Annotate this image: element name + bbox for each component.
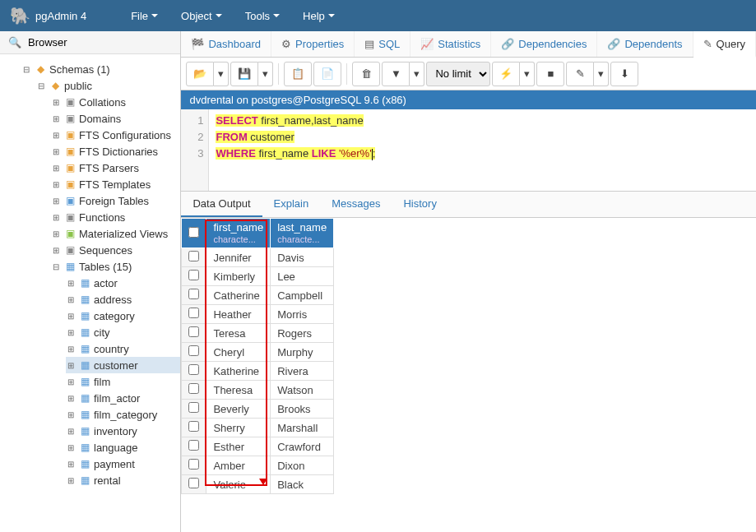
table-row[interactable]: SherryMarshall	[182, 419, 334, 437]
collapse-icon[interactable]: ⊟	[36, 81, 46, 90]
row-selector[interactable]	[182, 400, 206, 419]
tree-node[interactable]: ⊞▣Domains	[51, 110, 180, 127]
table-row[interactable]: CatherineCampbell	[182, 286, 334, 305]
menu-help[interactable]: Help	[291, 10, 346, 22]
expand-icon[interactable]: ⊞	[66, 327, 76, 337]
table-row[interactable]: AmberDixon	[182, 456, 334, 475]
cell-last-name[interactable]: Campbell	[271, 286, 334, 305]
expand-icon[interactable]: ⊞	[66, 442, 76, 452]
table-row[interactable]: TheresaWatson	[182, 381, 334, 400]
table-row[interactable]: TeresaRogers	[182, 324, 334, 343]
cell-last-name[interactable]: Rivera	[271, 362, 334, 381]
menu-object[interactable]: Object	[169, 10, 234, 22]
row-selector[interactable]	[182, 475, 206, 494]
collapse-icon[interactable]: ⊟	[51, 261, 61, 271]
expand-icon[interactable]: ⊞	[66, 311, 76, 321]
tree-node-table-country[interactable]: ⊞▦country	[66, 340, 180, 357]
expand-icon[interactable]: ⊞	[66, 393, 76, 403]
tree-node[interactable]: ⊞▣FTS Parsers	[51, 160, 180, 176]
tree-node-schemas[interactable]: ⊟ ◆ Schemas (1)	[21, 61, 180, 77]
cell-first-name[interactable]: Esther	[206, 437, 271, 456]
open-dropdown[interactable]: ▾	[214, 62, 229, 86]
row-selector[interactable]	[182, 343, 206, 362]
column-header-first-name[interactable]: first_namecharacte...	[206, 219, 271, 248]
table-row[interactable]: EstherCrawford	[182, 437, 334, 456]
rtab-data-output[interactable]: Data Output	[181, 192, 262, 217]
cell-first-name[interactable]: Amber	[206, 456, 271, 475]
expand-icon[interactable]: ⊞	[66, 426, 76, 436]
tree-node-table-category[interactable]: ⊞▦category	[66, 308, 180, 324]
tree-node-table-film_category[interactable]: ⊞▦film_category	[66, 406, 180, 423]
copy-button[interactable]: 📋	[284, 62, 312, 86]
tab-dependents[interactable]: 🔗Dependents	[597, 31, 693, 57]
tree-node[interactable]: ⊞▣Materialized Views	[51, 225, 180, 242]
row-selector[interactable]	[182, 305, 206, 324]
cell-last-name[interactable]: Davis	[271, 248, 334, 267]
cell-first-name[interactable]: Catherine	[206, 286, 271, 305]
cell-last-name[interactable]: Black	[271, 475, 334, 494]
filter-dropdown[interactable]: ▾	[410, 62, 424, 86]
expand-icon[interactable]: ⊞	[51, 163, 61, 173]
row-selector[interactable]	[182, 381, 206, 400]
row-selector[interactable]	[182, 419, 206, 437]
edit-button[interactable]: ✎	[566, 62, 594, 86]
expand-icon[interactable]: ⊞	[51, 245, 61, 255]
sql-editor[interactable]: 1 2 3 SELECT first_name,last_name FROM c…	[181, 109, 756, 192]
tab-dependencies[interactable]: 🔗Dependencies	[491, 31, 597, 57]
row-selector[interactable]	[182, 324, 206, 343]
tree-node-table-language[interactable]: ⊞▦language	[66, 439, 180, 456]
tree-node-table-inventory[interactable]: ⊞▦inventory	[66, 423, 180, 439]
open-button[interactable]: 📂	[186, 62, 214, 86]
cell-first-name[interactable]: Valerie	[206, 475, 271, 494]
expand-icon[interactable]: ⊞	[51, 212, 61, 222]
tree-node-table-film_actor[interactable]: ⊞▦film_actor	[66, 390, 180, 406]
cell-last-name[interactable]: Lee	[271, 267, 334, 286]
tree-node[interactable]: ⊞▣FTS Templates	[51, 176, 180, 192]
code-area[interactable]: SELECT first_name,last_name FROM custome…	[209, 109, 382, 191]
tree-node[interactable]: ⊞▣Sequences	[51, 242, 180, 258]
column-header-last-name[interactable]: last_namecharacte...	[271, 219, 334, 248]
expand-icon[interactable]: ⊞	[66, 377, 76, 386]
cell-first-name[interactable]: Sherry	[206, 419, 271, 437]
cell-first-name[interactable]: Beverly	[206, 400, 271, 419]
tree-node-table-city[interactable]: ⊞▦city	[66, 324, 180, 340]
row-selector[interactable]	[182, 267, 206, 286]
tree-node-table-customer[interactable]: ⊞▦customer	[66, 357, 180, 373]
filter-button[interactable]: ▼	[382, 62, 410, 86]
tree-node-table-payment[interactable]: ⊞▦payment	[66, 456, 180, 472]
cell-first-name[interactable]: Kimberly	[206, 267, 271, 286]
tree-node-table-address[interactable]: ⊞▦address	[66, 291, 180, 308]
expand-icon[interactable]: ⊞	[66, 278, 76, 288]
table-row[interactable]: JenniferDavis	[182, 248, 334, 267]
tree-node[interactable]: ⊞▣FTS Configurations	[51, 127, 180, 143]
cell-first-name[interactable]: Jennifer	[206, 248, 271, 267]
expand-icon[interactable]: ⊞	[66, 344, 76, 354]
tree-node[interactable]: ⊞▣Collations	[51, 94, 180, 110]
cell-first-name[interactable]: Theresa	[206, 381, 271, 400]
save-dropdown[interactable]: ▾	[258, 62, 273, 86]
expand-icon[interactable]: ⊞	[66, 294, 76, 304]
rtab-history[interactable]: History	[392, 192, 448, 217]
tree-node[interactable]: ⊞▣Functions	[51, 209, 180, 225]
tab-sql[interactable]: ▤SQL	[355, 31, 410, 57]
tree-node[interactable]: ⊞▣Foreign Tables	[51, 192, 180, 209]
table-row[interactable]: ValerieBlack	[182, 475, 334, 494]
expand-icon[interactable]: ⊞	[51, 113, 61, 123]
rtab-explain[interactable]: Explain	[262, 192, 321, 217]
cell-first-name[interactable]: Katherine	[206, 362, 271, 381]
expand-icon[interactable]: ⊞	[66, 409, 76, 419]
stop-button[interactable]: ■	[536, 62, 564, 86]
download-button[interactable]: ⬇	[610, 62, 638, 86]
cell-first-name[interactable]: Cheryl	[206, 343, 271, 362]
expand-icon[interactable]: ⊞	[51, 97, 61, 107]
tab-statistics[interactable]: 📈Statistics	[410, 31, 491, 57]
tree-node-table-film[interactable]: ⊞▦film	[66, 373, 180, 390]
menu-file[interactable]: File	[119, 10, 169, 22]
table-row[interactable]: CherylMurphy	[182, 343, 334, 362]
cell-last-name[interactable]: Murphy	[271, 343, 334, 362]
expand-icon[interactable]: ⊞	[66, 475, 76, 485]
execute-button[interactable]: ⚡	[492, 62, 520, 86]
tab-properties[interactable]: ⚙Properties	[271, 31, 355, 57]
tree-node-table-rental[interactable]: ⊞▦rental	[66, 472, 180, 488]
cell-last-name[interactable]: Marshall	[271, 419, 334, 437]
